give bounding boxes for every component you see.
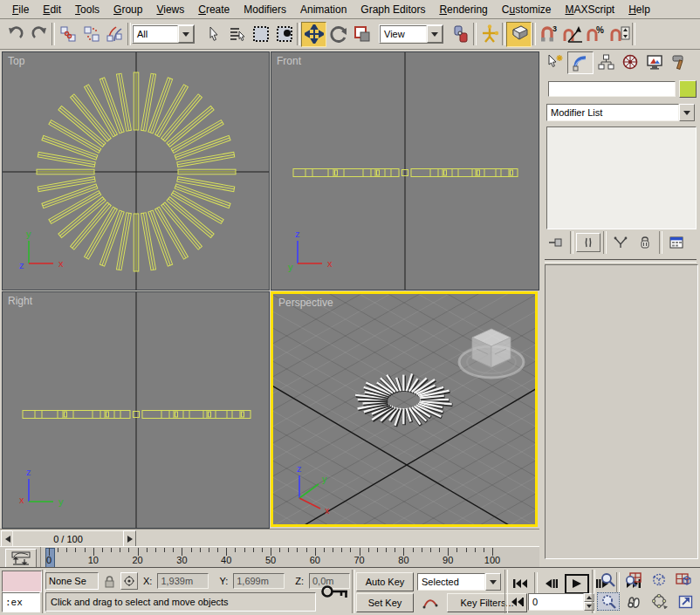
key-mode-dropdown[interactable]: Selected xyxy=(417,573,501,591)
menu-animation[interactable]: Animation xyxy=(293,2,353,17)
menu-graph-editors[interactable]: Graph Editors xyxy=(353,2,432,17)
percent-snap-toggle-button[interactable]: % xyxy=(584,23,607,46)
play-animation-button[interactable] xyxy=(565,574,589,594)
menu-customize[interactable]: Customize xyxy=(495,2,559,17)
rectangular-selection-region-button[interactable] xyxy=(249,23,272,46)
tab-display[interactable] xyxy=(642,51,667,72)
viewport-perspective[interactable]: Perspective zyx xyxy=(271,291,538,527)
select-by-name-button[interactable] xyxy=(225,23,249,46)
set-key-button[interactable]: Set Key xyxy=(356,593,414,612)
maximize-viewport-toggle-button[interactable] xyxy=(675,593,696,610)
window-crossing-toggle-button[interactable] xyxy=(272,23,296,46)
keyboard-shortcut-override-toggle[interactable] xyxy=(506,22,532,47)
menu-help[interactable]: Help xyxy=(621,2,657,17)
select-object-button[interactable] xyxy=(202,23,225,46)
rotate-icon xyxy=(329,24,348,44)
tab-utilities[interactable] xyxy=(667,51,691,72)
remove-modifier-button[interactable] xyxy=(634,234,656,251)
unlink-selection-button[interactable] xyxy=(79,23,103,46)
set-keys-button[interactable] xyxy=(319,580,351,603)
modifier-list-dropdown[interactable]: Modifier List xyxy=(546,104,695,121)
menu-group[interactable]: Group xyxy=(106,2,149,17)
select-and-move-button[interactable] xyxy=(301,22,326,47)
go-to-start-button[interactable] xyxy=(510,576,531,592)
select-and-rotate-button[interactable] xyxy=(326,23,350,46)
selection-filter-dropdown[interactable]: All xyxy=(132,24,195,44)
current-frame-field[interactable]: 0 xyxy=(528,593,584,611)
dropdown-arrow-icon[interactable] xyxy=(178,25,194,43)
macro-recorder-pane[interactable] xyxy=(2,571,42,592)
spinner-snap-toggle-button[interactable] xyxy=(607,23,631,46)
viewport-top[interactable]: Top yxz xyxy=(2,51,270,290)
toolbar-separator xyxy=(631,23,636,45)
viewport-top-label[interactable]: Top xyxy=(8,55,24,67)
menu-create[interactable]: Create xyxy=(191,2,237,17)
zoom-extents-button[interactable] xyxy=(648,571,669,588)
auto-key-button[interactable]: Auto Key xyxy=(356,572,414,591)
dropdown-arrow-icon[interactable] xyxy=(679,104,695,121)
snaps-toggle-button[interactable]: 3 xyxy=(537,23,560,46)
bind-to-space-warp-button[interactable] xyxy=(103,23,127,46)
menu-rendering[interactable]: Rendering xyxy=(432,2,494,17)
viewport-front[interactable]: Front zxy xyxy=(271,51,539,290)
select-and-manipulate-button[interactable] xyxy=(477,23,501,46)
ruler-tick xyxy=(368,548,369,552)
next-frame-arrow-button[interactable] xyxy=(123,530,136,547)
unlink-icon xyxy=(83,25,100,43)
current-frame-spinner[interactable]: 0 xyxy=(528,593,594,611)
viewport-front-label[interactable]: Front xyxy=(277,55,301,67)
menu-modifiers[interactable]: Modifiers xyxy=(237,2,293,17)
reference-coordinate-system-dropdown[interactable]: View xyxy=(379,24,443,44)
absolute-mode-transform-button[interactable] xyxy=(120,572,138,590)
modifier-stack-list[interactable] xyxy=(546,126,697,229)
redo-button[interactable] xyxy=(27,23,51,46)
select-and-link-button[interactable] xyxy=(56,23,79,46)
time-slider-handle[interactable]: 0 / 100 xyxy=(12,530,124,547)
default-in-out-tangents-button[interactable] xyxy=(417,594,443,612)
viewport-right[interactable]: Right zyx xyxy=(2,291,270,529)
maxscript-mini-listener[interactable]: :ex xyxy=(2,592,40,612)
show-end-result-button[interactable] xyxy=(576,233,600,252)
tab-motion[interactable] xyxy=(618,51,642,72)
y-coordinate-field[interactable]: 1,699m xyxy=(233,573,285,589)
track-bar-ruler[interactable]: 0102030405060708090100 xyxy=(40,547,539,568)
use-pivot-point-center-button[interactable] xyxy=(449,23,472,46)
arc-rotate-button[interactable] xyxy=(649,593,670,610)
link-icon xyxy=(59,25,77,43)
object-name-field[interactable] xyxy=(548,81,676,97)
key-mode-toggle-button[interactable] xyxy=(510,594,525,611)
rollout-area[interactable] xyxy=(545,264,698,559)
configure-modifier-sets-button[interactable] xyxy=(665,234,688,251)
select-and-scale-button[interactable] xyxy=(350,23,374,46)
zoom-all-button[interactable] xyxy=(622,571,643,588)
pin-stack-button[interactable] xyxy=(545,234,567,251)
menu-maxscript[interactable]: MAXScript xyxy=(559,2,622,17)
open-mini-curve-editor-button[interactable] xyxy=(5,549,37,568)
viewport-perspective-label[interactable]: Perspective xyxy=(278,297,333,309)
menu-tools[interactable]: Tools xyxy=(68,2,106,17)
previous-frame-button[interactable] xyxy=(541,576,562,592)
viewport-right-label[interactable]: Right xyxy=(8,295,32,307)
menu-edit[interactable]: Edit xyxy=(36,2,68,17)
zoom-extents-all-button[interactable] xyxy=(673,571,694,588)
tab-create[interactable] xyxy=(543,51,567,72)
tab-modify[interactable] xyxy=(567,51,594,74)
make-unique-button[interactable] xyxy=(609,234,632,251)
undo-button[interactable] xyxy=(3,23,27,46)
dropdown-arrow-icon[interactable] xyxy=(485,573,501,591)
ruler-tick xyxy=(85,548,86,552)
x-coordinate-field[interactable]: 1,939m xyxy=(157,573,209,589)
dropdown-arrow-icon[interactable] xyxy=(427,25,443,43)
object-color-swatch[interactable] xyxy=(679,80,697,98)
tab-hierarchy[interactable] xyxy=(594,51,618,72)
zoom-button[interactable] xyxy=(597,571,618,588)
make-unique-icon xyxy=(613,236,628,249)
menu-file[interactable]: File xyxy=(5,2,36,17)
selection-status-field: None Se xyxy=(45,572,99,590)
pan-view-button[interactable] xyxy=(624,593,645,610)
region-zoom-button[interactable] xyxy=(597,592,620,611)
angle-snap-toggle-button[interactable] xyxy=(560,23,584,46)
selection-lock-toggle[interactable] xyxy=(104,575,115,588)
menu-views[interactable]: Views xyxy=(149,2,191,17)
svg-text:y: y xyxy=(26,232,31,239)
